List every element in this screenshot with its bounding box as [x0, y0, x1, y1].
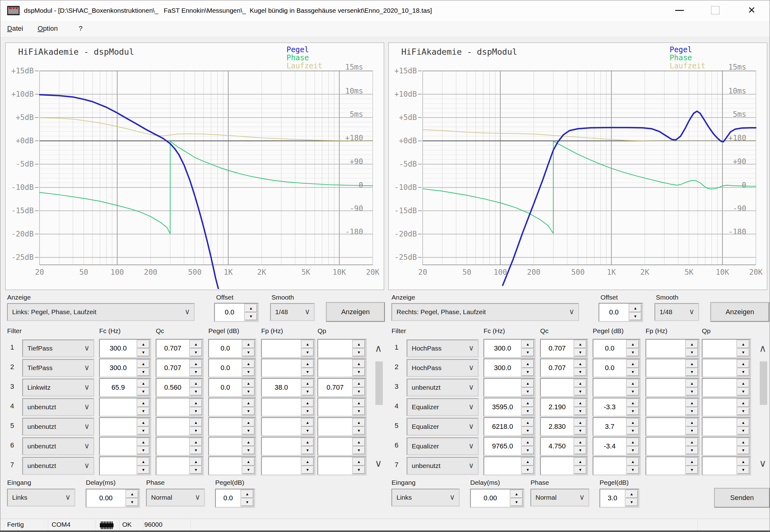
filter-fc-field-value[interactable]: [100, 398, 136, 416]
filter-qp-field-value[interactable]: [318, 457, 352, 475]
filter-fc-field[interactable]: ▲ ▼: [99, 456, 151, 475]
filter-qp-field-value[interactable]: [703, 379, 736, 396]
spin-up-button[interactable]: ▲: [522, 438, 534, 446]
filter-pegel-field[interactable]: 0.0 ▲ ▼: [209, 339, 256, 358]
spin-down-button[interactable]: ▼: [522, 408, 534, 415]
spin-down-button[interactable]: ▼: [137, 349, 149, 356]
spin-down-button[interactable]: ▼: [511, 499, 522, 506]
scroll-down-icon[interactable]: ∨: [759, 458, 766, 468]
filter-fp-field-value[interactable]: [646, 418, 685, 435]
filter-pegel-field-value[interactable]: 0.0: [209, 379, 242, 396]
spin-up-button[interactable]: ▲: [190, 399, 202, 407]
spin-down-button[interactable]: ▼: [737, 408, 749, 415]
spin-up-button[interactable]: ▲: [137, 419, 149, 426]
spin-up-button[interactable]: ▲: [353, 399, 365, 407]
filter-qp-field-value[interactable]: [703, 359, 736, 377]
filter-fc-field[interactable]: 300.0 ▲ ▼: [483, 359, 535, 377]
spin-up-button[interactable]: ▲: [627, 341, 639, 348]
filter-type-select[interactable]: Linkwitz ∨: [22, 379, 94, 396]
filter-qp-field-value[interactable]: [703, 340, 736, 357]
spin-up-button[interactable]: ▲: [737, 360, 749, 368]
filter-qp-field[interactable]: ▲ ▼: [702, 398, 751, 416]
spin-down-button[interactable]: ▼: [627, 369, 639, 376]
filter-qp-field[interactable]: ▲ ▼: [318, 417, 366, 436]
anzeigen-button[interactable]: Anzeigen: [326, 302, 385, 322]
filter-fp-field[interactable]: ▲ ▼: [261, 456, 315, 475]
filter-qc-field[interactable]: 2.830 ▲ ▼: [540, 417, 588, 436]
spin-up-button[interactable]: ▲: [574, 458, 586, 465]
delay-field[interactable]: 0.00 ▲ ▼: [470, 489, 524, 507]
spin-up-button[interactable]: ▲: [627, 438, 639, 446]
spin-up-button[interactable]: ▲: [190, 438, 202, 446]
spin-down-button[interactable]: ▼: [243, 447, 254, 454]
filter-fp-field[interactable]: ▲ ▼: [646, 359, 699, 377]
spin-down-button[interactable]: ▼: [574, 388, 586, 396]
spin-up-button[interactable]: ▲: [686, 341, 698, 348]
pegel-db-field-value[interactable]: 3.0: [600, 489, 625, 507]
eingang-select[interactable]: Links ∨: [7, 489, 75, 506]
spin-down-button[interactable]: ▼: [522, 369, 534, 376]
offset-field-value[interactable]: 0.0: [599, 304, 629, 321]
scrollbar-thumb[interactable]: [375, 361, 383, 405]
filter-fp-field[interactable]: ▲ ▼: [646, 339, 699, 358]
filter-qc-field[interactable]: 2.190 ▲ ▼: [540, 398, 588, 416]
filter-qp-field[interactable]: ▲ ▼: [318, 398, 366, 416]
filter-qc-field-value[interactable]: 2.830: [541, 418, 573, 435]
filter-fp-field[interactable]: ▲ ▼: [261, 339, 315, 358]
spin-down-button[interactable]: ▼: [686, 447, 698, 454]
spin-down-button[interactable]: ▼: [302, 447, 314, 454]
spin-up-button[interactable]: ▲: [522, 360, 534, 368]
spin-down-button[interactable]: ▼: [686, 408, 698, 415]
filter-fc-field-value[interactable]: 300.0: [100, 359, 136, 377]
spin-up-button[interactable]: ▲: [626, 490, 638, 498]
filter-fc-field-value[interactable]: 9765.0: [484, 438, 521, 455]
spin-down-button[interactable]: ▼: [574, 447, 586, 454]
filter-pegel-field-value[interactable]: 0.0: [209, 359, 242, 377]
filter-fc-field-value[interactable]: 65.9: [100, 379, 136, 396]
spin-down-button[interactable]: ▼: [353, 408, 365, 415]
filter-qp-field[interactable]: ▲ ▼: [318, 437, 366, 456]
filter-pegel-field[interactable]: -3.3 ▲ ▼: [593, 398, 640, 416]
filter-pegel-field-value[interactable]: -3.4: [594, 438, 626, 455]
filter-fc-field[interactable]: ▲ ▼: [483, 378, 535, 397]
filter-pegel-field[interactable]: 3.7 ▲ ▼: [593, 417, 640, 436]
scrollbar-thumb[interactable]: [760, 361, 767, 405]
spin-down-button[interactable]: ▼: [126, 499, 138, 506]
filter-pegel-field-value[interactable]: [209, 398, 242, 416]
filter-qp-field[interactable]: ▲ ▼: [702, 339, 751, 358]
spin-down-button[interactable]: ▼: [353, 427, 365, 435]
spin-up-button[interactable]: ▲: [137, 399, 149, 407]
spin-down-button[interactable]: ▼: [302, 369, 314, 376]
spin-down-button[interactable]: ▼: [574, 466, 586, 474]
filter-qp-field-value[interactable]: [318, 438, 352, 455]
filter-qp-field[interactable]: ▲ ▼: [702, 378, 751, 397]
spin-down-button[interactable]: ▼: [574, 408, 586, 415]
filter-qp-field[interactable]: ▲ ▼: [702, 417, 751, 436]
filter-fp-field-value[interactable]: [646, 398, 685, 416]
filter-qc-field[interactable]: ▲ ▼: [156, 398, 204, 416]
spin-down-button[interactable]: ▼: [302, 388, 314, 396]
filter-fc-field-value[interactable]: 300.0: [484, 359, 521, 377]
filter-pegel-field-value[interactable]: -3.3: [594, 398, 626, 416]
spin-up-button[interactable]: ▲: [353, 341, 365, 348]
filter-qp-field-value[interactable]: [703, 457, 736, 475]
filter-fp-field-value[interactable]: [262, 438, 301, 455]
filter-type-select[interactable]: TiefPass ∨: [22, 359, 94, 377]
spin-down-button[interactable]: ▼: [302, 466, 314, 474]
spin-up-button[interactable]: ▲: [686, 419, 698, 426]
spin-up-button[interactable]: ▲: [627, 360, 639, 368]
filter-type-select[interactable]: unbenutzt ∨: [407, 457, 478, 475]
offset-field-value[interactable]: 0.0: [215, 304, 244, 321]
scroll-down-icon[interactable]: ∨: [375, 458, 382, 468]
spin-up-button[interactable]: ▲: [627, 399, 639, 407]
spin-up-button[interactable]: ▲: [137, 380, 149, 387]
filter-type-select[interactable]: Equalizer ∨: [407, 398, 478, 416]
spin-down-button[interactable]: ▼: [243, 388, 254, 396]
filter-pegel-field[interactable]: 0.0 ▲ ▼: [593, 339, 640, 358]
filter-fc-field-value[interactable]: [100, 418, 136, 435]
anzeige-select[interactable]: Rechts: Pegel, Phase, Laufzeit ∨: [392, 303, 579, 321]
spin-up-button[interactable]: ▲: [302, 380, 314, 387]
filter-type-select[interactable]: HochPass ∨: [407, 359, 478, 377]
filter-fc-field[interactable]: 300.0 ▲ ▼: [99, 339, 151, 358]
spin-up-button[interactable]: ▲: [574, 419, 586, 426]
